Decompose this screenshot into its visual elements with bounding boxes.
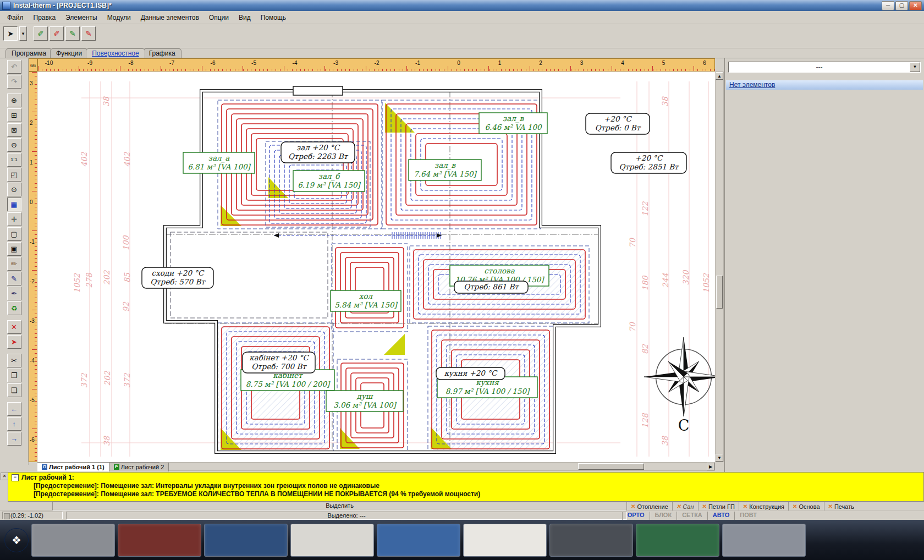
window-title: Instal-therm - [PROJECT1.ISB]* [13,2,112,9]
taskbar-window-7[interactable] [549,524,633,557]
pencil-icon[interactable]: ✏ [7,257,21,271]
vertical-scrollbar[interactable]: ▲ ▼ [715,72,724,462]
zoom-extents-icon[interactable]: ⊠ [7,123,21,137]
menu-item-Элементы[interactable]: Элементы [61,12,102,23]
hruler-tick: 4 [621,60,624,66]
layer-button-Печать[interactable]: ✕Печать [824,502,858,510]
warning-close-icon[interactable]: ✕ [1,473,8,480]
layer-button-Сан[interactable]: ✕Сан [672,502,698,510]
menu-item-Вид[interactable]: Вид [234,12,256,23]
scroll-up-arrow[interactable]: ▲ [716,72,723,80]
select-rect-icon[interactable]: ▢ [7,227,21,241]
scroll-right-arrow[interactable]: ▶ [707,463,714,470]
layer-button-Отопление[interactable]: ✕Отопление [626,502,672,510]
menu-item-Модули[interactable]: Модули [102,12,136,23]
zoom-previous-icon[interactable]: ⊙ [7,183,21,196]
pen-icon[interactable]: ✎ [7,272,21,286]
horizontal-scroll-thumb[interactable] [578,463,644,470]
cut-icon[interactable]: ✂ [7,354,21,367]
toggle-ПОВТ[interactable]: ПОВТ [734,512,762,520]
zoom-in-icon[interactable]: ⊕ [7,94,21,107]
toggle-СЕТКА[interactable]: СЕТКА [676,512,707,520]
nav-left-icon[interactable]: ← [7,402,21,416]
warning-panel: ✕ − Лист рабочий 1: [Предостережение]: П… [0,472,924,502]
toolbar-draw-green-pen-icon[interactable]: ✐ [34,26,48,41]
menu-item-Помощь[interactable]: Помощь [256,12,291,23]
zoom-window-icon[interactable]: ⊞ [7,108,21,122]
svg-text:+20 °C: +20 °C [635,153,664,162]
toggle-АВТО[interactable]: АВТО [707,512,734,520]
hruler-tick: -10 [45,60,53,66]
taskbar-window-1[interactable] [31,524,115,557]
svg-text:зал_в: зал_в [503,114,525,123]
taskbar-window-6[interactable] [463,524,547,557]
collapse-icon[interactable]: − [12,474,19,481]
layer-x-icon: ✕ [743,503,747,509]
select-poly-icon[interactable]: ▣ [7,242,21,256]
nav-right-icon[interactable]: → [7,432,21,446]
zoom-actual-icon[interactable]: 1:1 [7,153,21,167]
vruler-tick: -3 [30,318,35,324]
recalculate-icon[interactable]: ♻ [7,301,21,315]
undo-icon[interactable]: ↶ [7,60,21,74]
tab-Функции[interactable]: Функции [50,48,88,58]
sheet-tab[interactable]: ПЛист рабочий 1 (1) [37,463,109,471]
vertical-scroll-thumb[interactable] [716,276,723,309]
layer-button-Конструкция[interactable]: ✕Конструкция [739,502,788,510]
taskbar-window-2[interactable] [118,524,201,557]
taskbar-window-8[interactable] [636,524,719,557]
delete-icon[interactable]: ✕ [7,320,21,334]
toggle-ОРТО[interactable]: ОРТО [622,512,650,520]
pan-icon[interactable]: ✛ [7,212,21,226]
copy-icon[interactable]: ❐ [7,369,21,382]
zoom-out-icon[interactable]: ⊖ [7,138,21,152]
chevron-down-icon[interactable]: ▼ [910,62,920,72]
app-icon [2,2,10,10]
svg-text:С: С [678,417,690,434]
hruler-tick: -7 [169,60,174,66]
paste-icon[interactable]: ❏ [7,383,21,397]
toolbar-draw-red-pen-icon[interactable]: ✐ [50,26,64,41]
layer-button-Основа[interactable]: ✕Основа [788,502,823,510]
start-button[interactable]: ❖ [4,528,29,552]
redo-icon[interactable]: ↷ [7,75,21,89]
taskbar-window-3[interactable] [204,524,288,557]
layer-label: Основа [799,503,820,510]
pointer-red-icon[interactable]: ➤ [7,335,21,349]
tab-Программа[interactable]: Программа [6,48,52,58]
scroll-down-arrow[interactable]: ▼ [716,454,723,462]
minimize-button[interactable]: ─ [882,1,894,10]
tab-Графика[interactable]: Графика [143,48,182,58]
marker-icon[interactable]: ✒ [7,287,21,300]
toolbar-edit-red-pen-icon[interactable]: ✎ [81,26,96,41]
menu-item-Правка[interactable]: Правка [29,12,61,23]
taskbar-window-9[interactable] [722,524,806,557]
layer-button-Петли ГП[interactable]: ✕Петли ГП [698,502,739,510]
hruler-tick: -1 [415,60,420,66]
close-button[interactable]: ✕ [909,1,922,10]
menu-item-Опции[interactable]: Опции [204,12,234,23]
taskbar-window-4[interactable] [290,524,374,557]
maximize-button[interactable]: ▢ [895,1,908,10]
svg-text:372: 372 [80,373,89,388]
drawing-canvas[interactable]: 4024023810522782021008592372202372383812… [37,72,715,462]
zoom-sheet-icon[interactable]: ◰ [7,168,21,182]
sheet-tab[interactable]: РЛист рабочий 2 [109,463,169,471]
application-window: Instal-therm - [PROJECT1.ISB]* ─ ▢ ✕ Фай… [0,0,924,560]
status-mode: Выделить [52,502,627,510]
nav-up-icon[interactable]: ↑ [7,417,21,431]
svg-text:38: 38 [102,436,111,446]
select-tool-dropdown[interactable]: ▾ [19,26,27,41]
toolbar-edit-green-pen-icon[interactable]: ✎ [65,26,80,41]
menu-item-Файл[interactable]: Файл [2,12,29,23]
taskbar-window-5[interactable] [377,524,460,557]
horizontal-scrollbar[interactable]: ◀ ▶ [160,462,715,471]
tab-Поверхностное[interactable]: Поверхностное [86,48,145,58]
grid-view-icon[interactable]: ▦ [7,197,21,211]
select-tool-button[interactable]: ➤ [3,26,18,41]
toggle-БЛОК[interactable]: БЛОК [650,512,677,520]
menu-item-Данные элементов[interactable]: Данные элементов [136,12,204,23]
vruler-tick: -4 [30,358,35,364]
svg-text:402: 402 [80,152,89,167]
element-filter-combo[interactable]: --- ▼ [728,62,921,73]
